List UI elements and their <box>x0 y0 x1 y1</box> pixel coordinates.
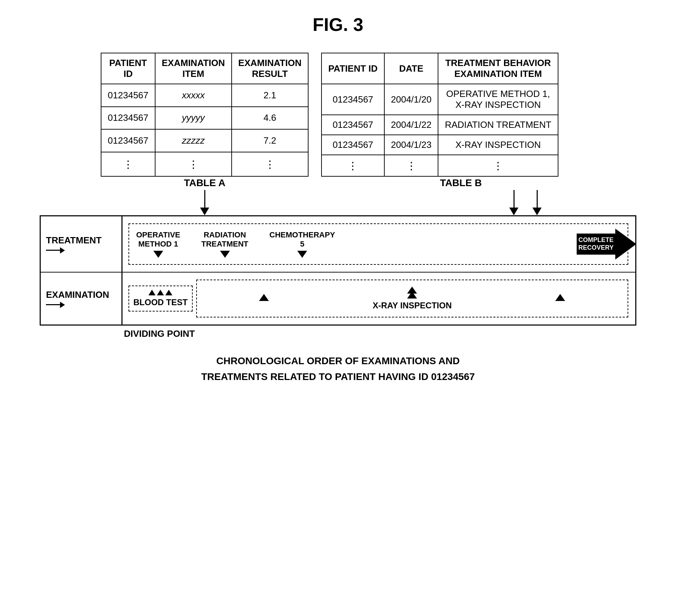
treatment-dashed-box: OPERATIVEMETHOD 1 RADIATIONTREATMENT CHE… <box>128 223 628 265</box>
arrow-a <box>200 190 209 215</box>
table-b-cell-2-2: X-RAY INSPECTION <box>438 135 558 155</box>
table-a-cell-2-0: 01234567 <box>101 129 155 152</box>
treatment-label-group: TREATMENT <box>46 235 101 254</box>
table-b-row-0: 01234567 2004/1/20 OPERATIVE METHOD 1,X-… <box>322 84 558 115</box>
exam-tri-left <box>259 294 269 303</box>
diagram-outer: TREATMENT OPERATIVEMETHOD 1 RADIA <box>40 215 636 326</box>
treatment-item-chemo: CHEMOTHERAPY5 <box>270 230 335 258</box>
table-a-header-0: PATIENT ID <box>101 53 155 84</box>
table-a-row-1: 01234567 yyyyy 4.6 <box>101 107 308 130</box>
arrows-b <box>509 190 563 215</box>
table-a-cell-1-0: 01234567 <box>101 107 155 130</box>
tri-up-exam-right <box>555 294 565 301</box>
treatment-row: TREATMENT OPERATIVEMETHOD 1 RADIA <box>41 216 635 273</box>
exam-tri-right <box>555 294 565 303</box>
table-b-header-2: TREATMENT BEHAVIOREXAMINATION ITEM <box>438 53 558 84</box>
treatment-label-area: TREATMENT <box>41 216 121 272</box>
table-b-wrapper: PATIENT ID DATE TREATMENT BEHAVIOREXAMIN… <box>317 53 563 177</box>
table-a-cell-1-1: yyyyy <box>155 107 232 130</box>
table-b-label-area: TABLE B <box>317 177 563 215</box>
treatment-item-op-method: OPERATIVEMETHOD 1 <box>136 230 180 258</box>
table-b-label: TABLE B <box>440 177 482 189</box>
cr-shaft: COMPLETE RECOVERY <box>577 234 615 255</box>
arrow-a-head <box>200 208 209 215</box>
cr-arrow-group: COMPLETE RECOVERY <box>577 229 636 260</box>
tri-up-xray2 <box>407 291 417 299</box>
table-a-row-2: 01234567 zzzzz 7.2 <box>101 129 308 152</box>
examination-row: EXAMINATION BLOOD TEST <box>41 273 635 325</box>
exam-arrow-right <box>46 302 65 308</box>
table-b: PATIENT ID DATE TREATMENT BEHAVIOREXAMIN… <box>321 53 558 177</box>
table-b-cell-1-2: RADIATION TREATMENT <box>438 115 558 135</box>
table-b-cell-2-0: 01234567 <box>322 135 384 155</box>
tri-up-exam-left <box>259 294 269 301</box>
treatment-right-content: OPERATIVEMETHOD 1 RADIATIONTREATMENT CHE… <box>121 216 635 272</box>
table-a-row-0: 01234567 xxxxx 2.1 <box>101 84 308 107</box>
table-b-dots-row: ⋮ ⋮ ⋮ <box>322 155 558 176</box>
table-a-dots-1: ⋮ <box>155 152 232 176</box>
figure-title: FIG. 3 <box>313 14 363 35</box>
triangle-down-rad <box>220 251 230 258</box>
main-diagram-box: TREATMENT OPERATIVEMETHOD 1 RADIA <box>40 215 636 326</box>
table-a-dots-row: ⋮ ⋮ ⋮ <box>101 152 308 176</box>
treatment-item-radiation: RADIATIONTREATMENT <box>201 230 248 258</box>
xray-item: X-RAY INSPECTION <box>373 287 452 310</box>
table-b-cell-1-1: 2004/1/22 <box>384 115 438 135</box>
dividing-point-area: DIVIDING POINT <box>40 328 636 339</box>
table-a-label: TABLE A <box>184 177 225 189</box>
table-b-dots-0: ⋮ <box>322 155 384 176</box>
tables-area: PATIENT ID EXAMINATIONITEM EXAMINATIONRE… <box>21 53 655 177</box>
exam-label: EXAMINATION <box>46 289 109 300</box>
treatment-arrow-right <box>46 247 65 254</box>
arrow-b-1 <box>509 190 518 215</box>
tri-up-2 <box>157 290 164 295</box>
dividing-line-inner <box>121 216 122 325</box>
table-a-header-1: EXAMINATIONITEM <box>155 53 232 84</box>
table-b-row-1: 01234567 2004/1/22 RADIATION TREATMENT <box>322 115 558 135</box>
table-a-cell-0-0: 01234567 <box>101 84 155 107</box>
caption-area: CHRONOLOGICAL ORDER OF EXAMINATIONS AND … <box>201 353 475 385</box>
table-b-cell-0-2: OPERATIVE METHOD 1,X-RAY INSPECTION <box>438 84 558 115</box>
treatment-label: TREATMENT <box>46 235 101 246</box>
table-a-dots-0: ⋮ <box>101 152 155 176</box>
table-a-cell-2-1: zzzzz <box>155 129 232 152</box>
table-a-wrapper: PATIENT ID EXAMINATIONITEM EXAMINATIONRE… <box>113 53 296 177</box>
exam-right-content: BLOOD TEST X-RAY INSPECTION <box>121 273 635 325</box>
arrow-label-row: TABLE A TABLE B <box>40 180 636 215</box>
table-a-cell-1-2: 4.6 <box>232 107 308 130</box>
dividing-point-label: DIVIDING POINT <box>124 328 195 339</box>
caption-line1: CHRONOLOGICAL ORDER OF EXAMINATIONS AND <box>201 353 475 369</box>
table-a: PATIENT ID EXAMINATIONITEM EXAMINATIONRE… <box>101 53 309 177</box>
blood-test-label: BLOOD TEST <box>133 297 188 307</box>
table-b-dots-1: ⋮ <box>384 155 438 176</box>
table-b-header-0: PATIENT ID <box>322 53 384 84</box>
table-b-row-2: 01234567 2004/1/23 X-RAY INSPECTION <box>322 135 558 155</box>
exam-label-group: EXAMINATION <box>46 289 109 308</box>
table-a-cell-0-1: xxxxx <box>155 84 232 107</box>
table-a-dots-2: ⋮ <box>232 152 308 176</box>
table-b-header-1: DATE <box>384 53 438 84</box>
table-b-cell-2-1: 2004/1/23 <box>384 135 438 155</box>
xray-label: X-RAY INSPECTION <box>373 301 452 310</box>
table-b-dots-2: ⋮ <box>438 155 558 176</box>
triangle-down-op <box>153 251 163 258</box>
arrow-a-shaft <box>204 190 205 208</box>
cr-label: COMPLETE RECOVERY <box>577 236 615 251</box>
table-a-cell-2-2: 7.2 <box>232 129 308 152</box>
complete-recovery-arrow: COMPLETE RECOVERY <box>577 229 636 260</box>
table-b-cell-0-1: 2004/1/20 <box>384 84 438 115</box>
blood-test-box: BLOOD TEST <box>128 286 193 312</box>
table-b-cell-0-0: 01234567 <box>322 84 384 115</box>
arrow-b-2 <box>532 190 542 215</box>
exam-label-area: EXAMINATION <box>41 273 121 325</box>
exam-dashed-box: X-RAY INSPECTION <box>196 280 628 317</box>
blood-test-triangles <box>133 290 188 295</box>
table-b-cell-1-0: 01234567 <box>322 115 384 135</box>
tri-up-1 <box>148 290 155 295</box>
table-a-header-2: EXAMINATIONRESULT <box>232 53 308 84</box>
caption-line2: TREATMENTS RELATED TO PATIENT HAVING ID … <box>201 369 475 385</box>
table-a-cell-0-2: 2.1 <box>232 84 308 107</box>
cr-arrowhead <box>615 229 636 260</box>
triangle-down-chemo <box>297 251 307 258</box>
tri-up-3 <box>165 290 172 295</box>
